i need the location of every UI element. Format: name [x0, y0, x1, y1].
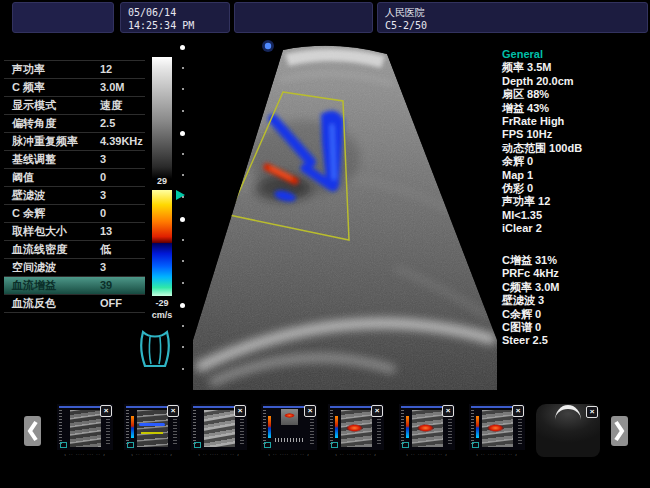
thumb-left-text	[59, 410, 62, 446]
thumb-colorbar	[268, 416, 271, 438]
body-marker-icon	[139, 327, 171, 371]
ruler-dot	[182, 260, 184, 262]
param-row-line-density[interactable]: 血流线密度低	[4, 240, 145, 258]
thumb-left-text	[263, 410, 266, 446]
datetime-box: 05/06/14 14:25:34 PM	[120, 2, 230, 33]
param-row-threshold[interactable]: 阈值0	[4, 168, 145, 186]
topbar-box-blank	[12, 2, 114, 33]
info-frequency: 频率 3.5M	[502, 61, 648, 74]
ruler-dot	[182, 196, 184, 198]
filmstrip-prev-button[interactable]	[24, 416, 41, 446]
thumbnail-current[interactable]: ×	[536, 404, 600, 457]
thumbnail-3-caption: ‹ ·· ···· ··· ·· ›	[191, 452, 247, 457]
param-row-c-persistence[interactable]: C 余辉0	[4, 204, 145, 222]
close-icon[interactable]: ×	[371, 405, 383, 417]
filmstrip-next-button[interactable]	[611, 416, 628, 446]
close-icon[interactable]: ×	[167, 405, 179, 417]
probe-model: C5-2/50	[385, 20, 427, 31]
thumbnail-7[interactable]: ×	[469, 404, 525, 450]
info-c-gain: C增益 31%	[502, 254, 648, 267]
info-prfc: PRFc 4kHz	[502, 267, 648, 280]
thumbnail-6[interactable]: ×	[399, 404, 455, 450]
thumbnail-4[interactable]: ×	[261, 404, 317, 450]
close-icon[interactable]: ×	[512, 405, 524, 417]
info-fps: FPS 10Hz	[502, 128, 648, 141]
param-row-flow-invert[interactable]: 血流反色OFF	[4, 294, 145, 313]
thumbnail-3[interactable]: ×	[191, 404, 247, 450]
thumb-marker	[127, 442, 134, 448]
thumb-left-text	[471, 410, 474, 446]
ruler-dot	[182, 325, 184, 327]
close-icon[interactable]: ×	[586, 406, 598, 418]
param-row-c-frequency[interactable]: C 频率3.0M	[4, 78, 145, 96]
ruler-dot	[182, 153, 184, 155]
thumb-colorbar	[406, 416, 409, 438]
param-row-spatial-filter[interactable]: 空间滤波3	[4, 258, 145, 276]
thumb-colorbar	[131, 416, 134, 438]
param-row-wall-filter[interactable]: 壁滤波3	[4, 186, 145, 204]
thumb-left-text	[401, 410, 404, 446]
thumb-image	[341, 410, 372, 447]
time-text: 14:25:34 PM	[128, 20, 194, 31]
grayscale-bar	[152, 57, 172, 179]
thumb-colorbar	[476, 416, 479, 438]
info-map: Map 1	[502, 169, 648, 182]
thumbnail-5[interactable]: ×	[328, 404, 384, 450]
param-row-acoustic-power[interactable]: 声功率12	[4, 60, 145, 78]
param-row-steer-angle[interactable]: 偏转角度2.5	[4, 114, 145, 132]
thumbnail-7-caption: ‹ ·· ···· ··· ·· ›	[469, 452, 525, 457]
param-row-baseline[interactable]: 基线调整3	[4, 150, 145, 168]
thumb-image	[281, 409, 298, 425]
thumb-image	[137, 410, 168, 447]
info-sector: 扇区 88%	[502, 88, 648, 101]
general-section-title: General	[502, 48, 648, 61]
patient-box-blank	[234, 2, 373, 33]
thumb-image	[482, 410, 513, 447]
close-icon[interactable]: ×	[100, 405, 112, 417]
info-frame-rate: FrRate High	[502, 115, 648, 128]
chevron-right-icon	[613, 419, 626, 443]
thumb-left-text	[330, 410, 333, 446]
hospital-name: 人民医院	[385, 7, 425, 18]
thumb-image	[204, 410, 235, 447]
ruler-dot	[182, 239, 184, 241]
doppler-blue-core	[332, 126, 334, 178]
info-steer: Steer 2.5	[502, 334, 648, 347]
thumb-marker	[60, 442, 67, 448]
date-text: 05/06/14	[128, 7, 176, 18]
ruler-dot	[182, 282, 184, 284]
thumbnail-1-caption: ‹ ·· ···· ··· ·· ›	[57, 452, 113, 457]
thumbnail-2[interactable]: ×	[124, 404, 180, 450]
velocity-max-label: 29	[146, 176, 178, 186]
info-acoustic-power: 声功率 12	[502, 195, 648, 208]
thumbnail-5-caption: ‹ ·· ···· ··· ·· ›	[328, 452, 384, 457]
thumb-marker	[194, 442, 201, 448]
info-gain: 增益 43%	[502, 102, 648, 115]
thumb-probe-arc	[555, 405, 581, 420]
info-depth: Depth 20.0cm	[502, 75, 648, 88]
thumb-left-text	[193, 410, 196, 446]
info-mi: MI<1.35	[502, 209, 648, 222]
ruler-dot	[182, 67, 184, 69]
thumbnail-1[interactable]: ×	[57, 404, 113, 450]
info-c-persistence: C余辉 0	[502, 308, 648, 321]
param-row-packet-size[interactable]: 取样包大小13	[4, 222, 145, 240]
close-icon[interactable]: ×	[234, 405, 246, 417]
thumb-colorbar	[335, 416, 338, 438]
info-iclear: iClear 2	[502, 222, 648, 235]
close-icon[interactable]: ×	[442, 405, 454, 417]
info-persistence: 余辉 0	[502, 155, 648, 168]
close-icon[interactable]: ×	[304, 405, 316, 417]
info-c-frequency: C频率 3.0M	[502, 281, 648, 294]
general-info-panel: General 频率 3.5M Depth 20.0cm 扇区 88% 增益 4…	[502, 48, 648, 235]
param-row-prf[interactable]: 脉冲重复频率4.39KHz	[4, 132, 145, 150]
velocity-unit-label: cm/s	[146, 310, 178, 320]
param-row-color-gain-selected[interactable]: 血流增益39	[4, 276, 145, 294]
thumb-image	[412, 410, 443, 447]
info-dynamic-range: 动态范围 100dB	[502, 142, 648, 155]
ultrasound-screen: 05/06/14 14:25:34 PM 人民医院 C5-2/50 声功率12 …	[0, 0, 650, 488]
thumb-left-text	[126, 410, 129, 446]
thumbnail-4-caption: ‹ ·· ···· ··· ·· ›	[261, 452, 317, 457]
param-row-display-mode[interactable]: 显示模式速度	[4, 96, 145, 114]
velocity-min-label: -29	[146, 298, 178, 308]
